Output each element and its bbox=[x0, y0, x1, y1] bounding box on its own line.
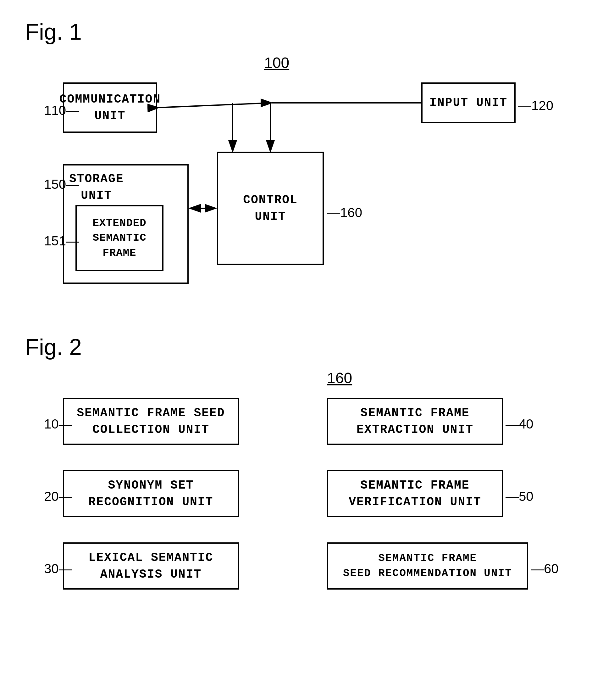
fig1-container: 100 COMMUNICATIONUNIT 110— INPUT UNIT —1… bbox=[44, 57, 578, 303]
fig2-container: 160 SEMANTIC FRAME SEEDCOLLECTION UNIT 1… bbox=[44, 373, 578, 618]
ref-120: —120 bbox=[518, 98, 553, 113]
semantic-frame-seed-recommendation-box: SEMANTIC FRAMESEED RECOMMENDATION UNIT bbox=[327, 542, 528, 590]
ref-160: —160 bbox=[327, 205, 362, 220]
input-unit-box: INPUT UNIT bbox=[421, 83, 515, 123]
ref-30: 30— bbox=[44, 561, 72, 576]
ref-110: 110— bbox=[44, 103, 79, 118]
semantic-frame-extraction-box: SEMANTIC FRAMEEXTRACTION UNIT bbox=[327, 398, 503, 445]
ref-151: 151— bbox=[44, 234, 79, 249]
lexical-semantic-analysis-box: LEXICAL SEMANTICANALYSIS UNIT bbox=[63, 542, 239, 590]
ref-100: 100 bbox=[264, 54, 289, 72]
extended-semantic-frame-box: EXTENDEDSEMANTICFRAME bbox=[75, 205, 164, 271]
ref-60: —60 bbox=[531, 561, 559, 576]
ref-20: 20— bbox=[44, 489, 72, 504]
fig2-label: Fig. 2 bbox=[25, 334, 589, 360]
ref-50: —50 bbox=[506, 489, 534, 504]
ref-160-fig2: 160 bbox=[327, 369, 352, 387]
semantic-frame-verification-box: SEMANTIC FRAMEVERIFICATION UNIT bbox=[327, 470, 503, 517]
fig1-label: Fig. 1 bbox=[25, 19, 589, 45]
svg-line-3 bbox=[159, 103, 270, 108]
semantic-frame-seed-collection-box: SEMANTIC FRAME SEEDCOLLECTION UNIT bbox=[63, 398, 239, 445]
ref-10: 10— bbox=[44, 416, 72, 432]
synonym-set-recognition-box: SYNONYM SETRECOGNITION UNIT bbox=[63, 470, 239, 517]
ref-40: —40 bbox=[506, 416, 534, 432]
control-unit-box: CONTROLUNIT bbox=[217, 152, 324, 265]
ref-150: 150— bbox=[44, 177, 79, 192]
